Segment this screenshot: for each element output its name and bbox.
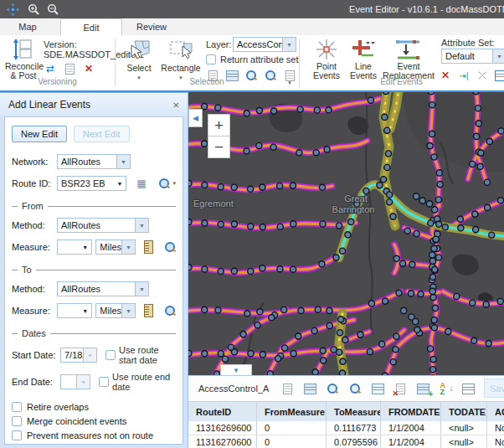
to-unit-value: Miles (96, 306, 121, 316)
retire-overlaps-checkbox[interactable] (12, 402, 22, 412)
select-label: Select (122, 64, 156, 73)
save-button[interactable]: Sav (484, 378, 504, 398)
table-cell: 11316270600 (188, 435, 257, 448)
collapse-table-arrow[interactable]: ▼ (220, 364, 252, 375)
layer-combo[interactable]: AccessControl_A ▼ (233, 37, 296, 52)
pick-route-on-map-icon[interactable]: ▦ (135, 177, 147, 190)
delete-version-icon[interactable]: ✕ (82, 62, 95, 75)
from-measure-combo[interactable]: ▼ (57, 239, 92, 255)
new-edit-button[interactable]: New Edit (12, 126, 67, 142)
app-title: Event Editor - v10.6.1 - docMassDOTM (349, 0, 504, 18)
column-header[interactable]: ToMeasure (327, 402, 381, 422)
next-edit-button[interactable]: Next Edit (74, 126, 130, 142)
pan-to-selected-icon[interactable] (348, 382, 363, 396)
use-route-end-checkbox[interactable] (99, 377, 109, 387)
event-replacement-button[interactable]: Event Replacement (382, 39, 435, 80)
route-id-combo[interactable]: BSR23 EB ▼ (57, 176, 126, 191)
column-header[interactable]: FROMDATE (381, 402, 441, 422)
table-row[interactable]: 1131627060000.07955961/1/2004<null>No (188, 435, 504, 448)
column-header[interactable]: FromMeasure (257, 402, 327, 422)
map-view[interactable]: Egremont Great Barrington ◀ + − ▼ (188, 92, 504, 375)
map-zoom-in-button[interactable]: + (208, 114, 230, 136)
to-section-label: To (22, 265, 32, 275)
add-record-icon[interactable]: + (416, 382, 430, 396)
attribute-set-combo[interactable]: Default ▼ (441, 49, 504, 64)
chevron-down-icon[interactable]: ▼ (76, 375, 90, 389)
versioning-toolbar: ⇄ ✕ (44, 62, 95, 75)
from-measure-label: Measure: (12, 242, 54, 252)
table-cell: 0.1116773 (327, 421, 381, 435)
map-zoom-out-button[interactable]: − (208, 136, 230, 158)
table-cell: 0 (257, 421, 327, 435)
pan-icon[interactable] (7, 3, 19, 16)
table-row[interactable]: 1131626960000.11167731/1/2004<null>No (188, 421, 504, 435)
measure-on-map-icon[interactable] (144, 240, 153, 254)
rectangle-select-button[interactable]: Rectangle ▾ (161, 39, 201, 82)
select-features-icon[interactable] (280, 382, 295, 396)
use-route-end-label: Use route end date (112, 372, 176, 392)
to-method-value: AllRoutes (58, 284, 135, 294)
prevent-measures-checkbox[interactable] (12, 430, 22, 440)
to-section-separator: To (12, 265, 176, 275)
end-date-label: End Date: (12, 377, 57, 387)
zoom-measure-icon[interactable] (165, 242, 176, 253)
zoom-route-icon[interactable]: ▾ (159, 178, 176, 189)
chevron-down-icon[interactable]: ▼ (135, 219, 148, 232)
column-header[interactable]: ACCESS (487, 402, 504, 422)
show-selected-records-icon[interactable] (371, 382, 385, 396)
from-method-combo[interactable]: AllRoutes ▼ (57, 218, 149, 233)
use-route-start-checkbox[interactable] (105, 350, 116, 360)
tab-edit[interactable]: Edit (60, 18, 122, 37)
reconcile-post-button[interactable]: Reconcile & Post (5, 39, 42, 80)
from-unit-value: Miles (96, 242, 121, 252)
zoom-out-icon[interactable] (47, 3, 59, 16)
tab-review[interactable]: Review (127, 18, 176, 35)
merge-coincident-checkbox[interactable] (12, 416, 22, 426)
return-attribute-checkbox[interactable] (206, 54, 216, 64)
column-header[interactable]: RouteID (188, 402, 257, 422)
close-icon[interactable]: × (172, 99, 179, 111)
chevron-down-icon[interactable]: ▼ (83, 348, 96, 362)
chevron-down-icon[interactable]: ▼ (135, 282, 148, 296)
clear-selection-icon[interactable]: ✕ (393, 382, 408, 396)
from-unit-combo[interactable]: Miles ▼ (95, 239, 136, 255)
table-layer-name: AccessControl_A (198, 384, 269, 394)
map-label-town-line2: Barrington (332, 204, 375, 214)
table-cell: 1/1/2004 (381, 435, 441, 448)
point-events-icon (315, 39, 338, 60)
zoom-to-selected-icon[interactable] (326, 382, 340, 396)
line-events-button[interactable]: Line Events (347, 39, 380, 80)
new-version-icon[interactable] (63, 62, 76, 75)
chevron-down-icon[interactable]: ▼ (113, 177, 126, 190)
sort-icon[interactable]: AZ↓ (439, 382, 453, 396)
to-unit-combo[interactable]: Miles ▼ (95, 303, 136, 318)
edit-events-group-label: Edit Events (299, 77, 504, 86)
identify-icon[interactable] (461, 382, 476, 396)
chevron-down-icon[interactable]: ▼ (79, 240, 91, 254)
point-events-button[interactable]: Point Events (310, 39, 343, 80)
chevron-down-icon[interactable]: ▼ (121, 304, 135, 317)
zoom-measure-icon[interactable] (165, 306, 176, 317)
start-date-combo[interactable]: 7/18/ ▼ (60, 348, 97, 363)
column-header[interactable]: TODATE (441, 402, 487, 422)
tab-map[interactable]: Map (8, 18, 47, 35)
measure-on-map-icon[interactable] (144, 304, 153, 317)
chevron-down-icon[interactable]: ▼ (121, 240, 135, 254)
panel-header: Add Linear Events × (0, 93, 188, 116)
refresh-version-icon[interactable]: ⇄ (44, 62, 57, 75)
zoom-in-icon[interactable] (28, 3, 40, 16)
table-cell: 0.0795596 (327, 435, 381, 448)
to-measure-combo[interactable]: ▼ (57, 303, 92, 318)
select-button[interactable]: Select ▾ (122, 39, 156, 82)
chevron-down-icon[interactable]: ▼ (492, 49, 504, 63)
table-menu-icon[interactable] (303, 382, 317, 396)
line-events-icon (352, 39, 375, 60)
to-measure-label: Measure: (12, 306, 54, 316)
network-combo[interactable]: AllRoutes ▼ (57, 154, 131, 169)
end-date-combo[interactable]: ▼ (60, 374, 90, 389)
chevron-down-icon[interactable]: ▼ (116, 155, 130, 168)
collapse-panel-arrow[interactable]: ◀ (188, 109, 203, 127)
to-method-combo[interactable]: AllRoutes ▼ (57, 281, 149, 296)
chevron-down-icon[interactable]: ▼ (282, 38, 296, 51)
chevron-down-icon[interactable]: ▼ (79, 304, 91, 317)
